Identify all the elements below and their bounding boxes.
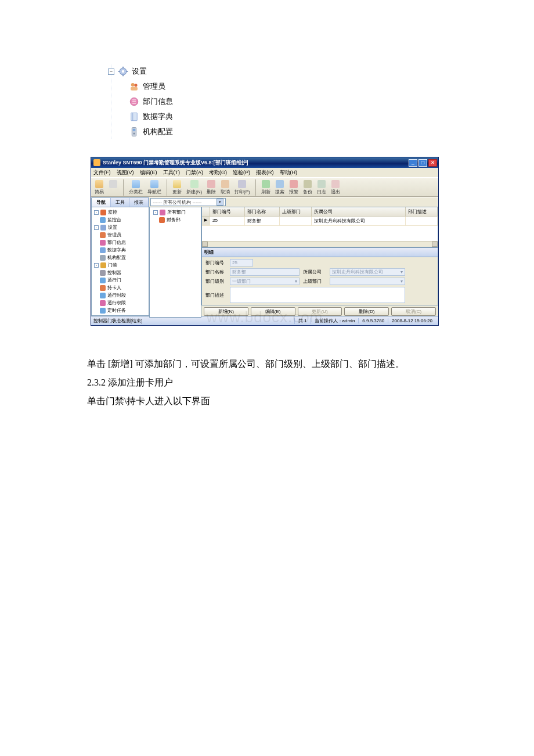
grid-col-name[interactable]: 部门名称 — [245, 207, 280, 217]
tb-backup[interactable]: 备份 — [302, 179, 313, 196]
nav-item[interactable]: 管理员 — [92, 231, 149, 239]
nav-item[interactable]: 持卡人 — [92, 284, 149, 291]
toggle-icon[interactable]: - — [94, 210, 99, 215]
minimize-button[interactable]: _ — [409, 159, 417, 167]
btn-update[interactable]: 更新(U) — [298, 307, 342, 316]
btn-add[interactable]: 新增(N) — [204, 307, 248, 316]
tb-cancel[interactable]: 取消 — [219, 179, 231, 196]
grid-col-ind — [202, 207, 210, 217]
tab-tools[interactable]: 工具 — [111, 198, 130, 207]
tb-update[interactable]: 更新 — [171, 179, 183, 196]
tree-label: 设置 — [132, 66, 147, 77]
grid-col-no[interactable]: 部门编号 — [210, 207, 245, 217]
nav-item[interactable]: -设置 — [92, 224, 149, 231]
collapse-icon[interactable]: - — [153, 210, 158, 215]
nav-item-label: 控制器 — [107, 269, 121, 276]
nav-item[interactable]: 机构配置 — [92, 254, 149, 261]
menu-attendance[interactable]: 考勤(G) — [209, 169, 227, 177]
tree-node-orgconf[interactable]: 机构配置 — [104, 124, 203, 139]
maximize-button[interactable]: □ — [418, 159, 427, 167]
nav-item-label: 部门信息 — [107, 239, 126, 246]
nav-item[interactable]: 通行权限 — [92, 299, 149, 307]
nav-item[interactable]: -监控 — [92, 208, 149, 216]
inp-desc[interactable] — [230, 287, 405, 303]
gear-icon — [118, 66, 128, 77]
btn-edit[interactable]: 编辑(E) — [251, 307, 295, 316]
close-button[interactable]: × — [428, 159, 437, 167]
menu-access[interactable]: 门禁(A) — [186, 169, 203, 177]
nav-item-icon — [100, 262, 106, 268]
inp-parent[interactable]: ▾ — [330, 278, 405, 285]
menu-tools[interactable]: 工具(T) — [163, 169, 181, 177]
cell-dept-company: 深圳史丹利科技有限公司 — [312, 217, 406, 226]
menu-view[interactable]: 视图(V) — [117, 169, 134, 177]
chevron-down-icon: ▾ — [400, 269, 403, 275]
nav-item[interactable]: 控制器 — [92, 269, 149, 276]
tb-simple[interactable]: 简易 — [93, 179, 105, 196]
tb-refresh[interactable]: 刷新 — [260, 179, 272, 196]
inp-dept-name[interactable]: 财务部 — [230, 268, 300, 276]
grid-col-company[interactable]: 所属公司 — [312, 207, 406, 217]
nav-item-icon — [100, 217, 106, 223]
tb-new[interactable]: 新建(N) — [185, 179, 203, 196]
nav-item[interactable]: 数据字典 — [92, 246, 149, 254]
tb-print[interactable]: 打印(P) — [233, 179, 251, 196]
toggle-icon[interactable]: - — [94, 263, 99, 268]
tb-log[interactable]: 日志 — [316, 179, 327, 196]
tab-nav[interactable]: 导航 — [92, 198, 111, 207]
tb-alarm[interactable]: 报警 — [288, 179, 300, 196]
btn-delete[interactable]: 删除(D) — [344, 307, 389, 316]
nav-item-label: 设置 — [108, 224, 117, 231]
toggle-icon[interactable]: - — [94, 225, 99, 230]
tree-node-dept[interactable]: 部门信息 — [104, 94, 203, 109]
tab-report[interactable]: 报表 — [129, 198, 149, 207]
grid-hscrollbar[interactable] — [202, 241, 438, 247]
tree-node-dict[interactable]: 数据字典 — [104, 109, 203, 124]
nav-item[interactable]: 通行时段 — [92, 291, 149, 299]
menu-report[interactable]: 报表(R) — [256, 169, 274, 177]
inp-company[interactable]: 深圳史丹利科技有限公司▾ — [330, 268, 405, 276]
nav-item[interactable]: 部门信息 — [92, 239, 149, 246]
org-icon — [129, 96, 139, 107]
nav-item[interactable]: 刷卡记录 — [92, 314, 149, 315]
dept-child[interactable]: 财务部 — [151, 216, 200, 224]
dept-root[interactable]: - 所有部门 — [151, 208, 200, 216]
collapse-icon[interactable]: − — [108, 69, 114, 75]
tb-delete[interactable]: 删除 — [205, 179, 217, 196]
grid-row[interactable]: ▶ 25 财务部 深圳史丹利科技有限公司 — [202, 217, 438, 226]
grid-col-parent[interactable]: 上级部门 — [280, 207, 312, 217]
nav-item[interactable]: 监控台 — [92, 216, 149, 224]
tb-category[interactable]: 分类栏 — [128, 179, 144, 196]
nav-item-icon — [100, 240, 106, 246]
menu-help[interactable]: 帮助(H) — [280, 169, 298, 177]
nav-item[interactable]: 定时任务 — [92, 307, 149, 314]
inp-dept-level[interactable]: 一级部门▾ — [230, 278, 300, 285]
combo-value: ------ 所有公司机构 ------ — [153, 199, 201, 206]
nav-item-icon — [100, 278, 106, 283]
app-window: Stanley SNT690 门禁考勤管理系统专业版V6.8:[部门班组维护] … — [91, 157, 439, 326]
menu-file[interactable]: 文件(F) — [93, 169, 111, 177]
company-combo[interactable]: ------ 所有公司机构 ------ ▾ — [150, 198, 226, 206]
grid-col-desc[interactable]: 部门描述 — [406, 207, 438, 217]
cell-dept-parent — [280, 217, 312, 226]
menu-edit[interactable]: 编辑(E) — [140, 169, 157, 177]
menu-patrol[interactable]: 巡检(P) — [233, 169, 250, 177]
tb-search[interactable]: 搜索 — [274, 179, 286, 196]
scroll-left-icon[interactable] — [202, 242, 208, 247]
tree-node-settings[interactable]: − 设置 — [104, 64, 203, 79]
tree-node-admin[interactable]: 管理员 — [104, 79, 203, 94]
folder-icon — [159, 217, 165, 223]
tb-nav[interactable]: 导航栏 — [146, 179, 163, 196]
svg-rect-10 — [131, 113, 138, 121]
nav-item[interactable]: 通行门 — [92, 276, 149, 284]
chevron-down-icon: ▾ — [217, 199, 223, 206]
tb-blank[interactable] — [107, 179, 119, 189]
settings-tree-fragment: − 设置 管理员 部门信息 数据字典 — [104, 64, 203, 139]
btn-cancel[interactable]: 取消(C) — [391, 307, 436, 316]
nav-item-icon — [100, 308, 106, 314]
nav-item[interactable]: -门禁 — [92, 261, 149, 269]
scroll-right-icon[interactable] — [432, 242, 438, 247]
tb-exit[interactable]: 退出 — [330, 179, 341, 196]
inp-dept-no[interactable]: 25 — [230, 259, 253, 267]
nav-item-icon — [100, 315, 106, 316]
